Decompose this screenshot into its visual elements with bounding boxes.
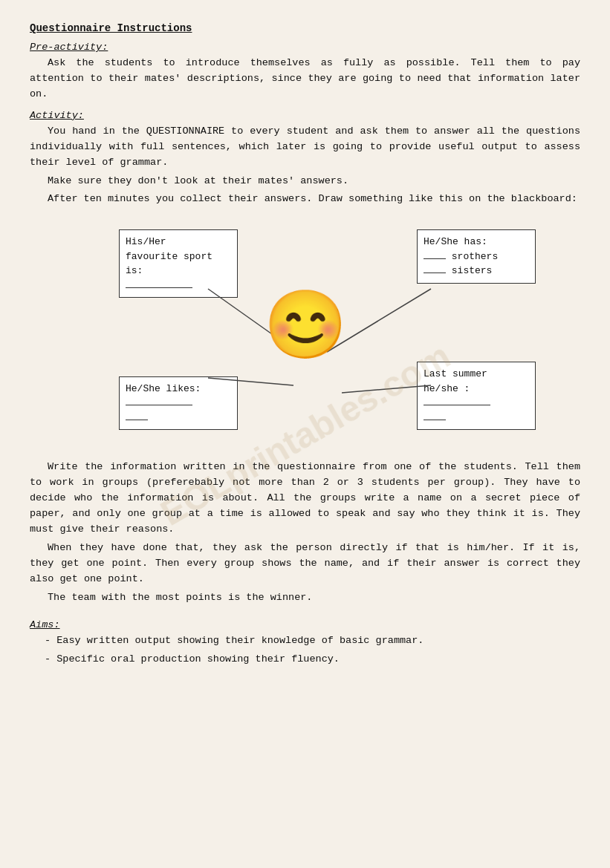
aims-label: Aims: [30,619,580,630]
box-br-blank1 [424,405,490,405]
box-tr-line1: He/She has: [424,236,487,247]
box-tl-line1: His/Her [126,236,166,247]
pre-activity-section: Pre-activity: Ask the students to introd… [30,42,580,102]
box-top-right: He/She has: srothers sisters [417,229,536,284]
title-section: Questionnaire Instructions [30,22,580,34]
aims-item-1: Easy written output showing their knowle… [45,633,580,649]
activity-para1: You hand in the QUESTIONNAIRE to every s… [30,124,580,171]
box-top-left: His/Her favourite sport is: [119,229,238,298]
activity-para5: When they have done that, they ask the p… [30,541,580,587]
box-tr-blank2 [424,273,446,273]
aims-section: Aims: Easy written output showing their … [30,619,580,668]
box-tl-line2: favourite sport [126,251,212,262]
box-tl-blank [126,287,192,288]
activity-para2: Make sure they don't look at their mates… [30,174,580,189]
box-tr-brothers: srothers [452,251,498,262]
emoji-face: 😊 [264,296,347,363]
box-br-line2: he/she : [424,383,470,394]
activity-para4: Write the information written in the que… [30,460,580,538]
aims-list: Easy written output showing their knowle… [45,633,580,668]
box-tl-line3: is: [126,265,143,276]
pre-activity-label: Pre-activity: [30,42,580,53]
activity-para6: The team with the most points is the win… [30,590,580,606]
activity-para3: After ten minutes you collect their answ… [30,192,580,207]
activity-label: Activity: [30,110,580,121]
box-bottom-right: Last summer he/she : [417,362,536,430]
page-title: Questionnaire Instructions [30,22,580,34]
box-bl-blank1 [126,405,192,405]
box-br-line1: Last summer [424,368,487,379]
box-bl-blank2 [126,420,148,420]
diagram-area: 😊 His/Her favourite sport is: He/She has… [30,215,580,452]
box-bottom-left: He/She likes: [119,376,238,431]
box-tr-sisters: sisters [452,265,493,276]
aims-item-2: Specific oral production showing their f… [45,652,580,668]
box-tr-blank1 [424,258,446,259]
pre-activity-text: Ask the students to introduce themselves… [30,56,580,102]
box-br-blank2 [424,420,446,420]
box-bl-line1: He/She likes: [126,383,201,394]
activity-section: Activity: You hand in the QUESTIONNAIRE … [30,110,580,606]
